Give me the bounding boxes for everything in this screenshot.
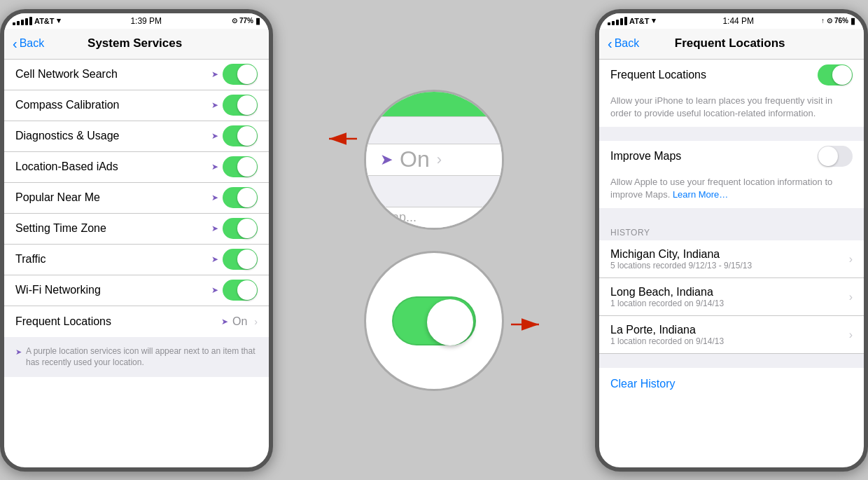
- timezone-toggle[interactable]: [223, 218, 258, 239]
- learn-more-link[interactable]: Learn More…: [673, 189, 728, 200]
- traffic-toggle[interactable]: [223, 249, 258, 270]
- group-separator-3: [599, 354, 864, 368]
- timezone-right: ➤: [211, 218, 258, 239]
- location-ads-label: Location-Based iAds: [15, 160, 211, 173]
- compass-label: Compass Calibration: [15, 99, 211, 111]
- battery-icon: ▮: [255, 16, 260, 26]
- status-bar-left: AT&T ▾ 1:39 PM ⊙ 77% ▮: [4, 13, 269, 29]
- battery-label: 77%: [239, 17, 253, 25]
- popular-toggle[interactable]: [223, 187, 258, 208]
- wifi-location-icon: ➤: [211, 285, 218, 295]
- history-item-1[interactable]: Long Beach, Indiana 1 location recorded …: [599, 278, 864, 316]
- timezone-location-icon: ➤: [211, 224, 218, 233]
- frequent-loc-chevron: ›: [254, 316, 258, 327]
- history-item-2-content: La Porte, Indiana 1 location recorded on…: [610, 324, 849, 346]
- signal-icon-right: [608, 17, 627, 25]
- top-circle-partial-text: ill ap: [380, 210, 406, 225]
- cell-network-label: Cell Network Search: [15, 68, 211, 81]
- history-item-0[interactable]: Michigan City, Indiana 5 locations recor…: [599, 240, 864, 278]
- orientation-icon-right: ⊙: [827, 17, 832, 25]
- time-label-right: 1:44 PM: [722, 16, 754, 26]
- history-city-0: Michigan City, Indiana: [610, 248, 849, 261]
- cell-network-right: ➤: [211, 64, 258, 85]
- frequent-locations-toggle[interactable]: [818, 64, 853, 85]
- left-phone: AT&T ▾ 1:39 PM ⊙ 77% ▮ ‹ Back System Ser…: [0, 9, 273, 472]
- top-circle-arrow-icon: ➤: [380, 151, 393, 169]
- bottom-zoom-circle: [364, 251, 504, 391]
- big-toggle[interactable]: [392, 296, 476, 345]
- frequent-loc-right: ➤ On ›: [221, 315, 258, 328]
- history-item-0-content: Michigan City, Indiana 5 locations recor…: [610, 248, 849, 270]
- list-item-cell-network[interactable]: Cell Network Search ➤: [4, 60, 269, 90]
- location-ads-toggle[interactable]: [223, 156, 258, 177]
- group-separator-2: [599, 208, 864, 222]
- diagnostics-toggle[interactable]: [223, 125, 258, 146]
- popular-right: ➤: [211, 187, 258, 208]
- history-detail-0: 5 locations recorded 9/12/13 - 9/15/13: [610, 261, 849, 270]
- nav-bar-right: ‹ Back Frequent Locations: [599, 29, 864, 60]
- list-item-frequent[interactable]: Frequent Locations ➤ On ›: [4, 306, 269, 337]
- history-item-2[interactable]: La Porte, Indiana 1 location recorded on…: [599, 316, 864, 354]
- compass-right: ➤: [211, 95, 258, 116]
- history-chevron-2: ›: [849, 329, 853, 341]
- footer-location-icon: ➤: [15, 347, 22, 357]
- location-ads-right: ➤: [211, 156, 258, 177]
- improve-maps-toggle[interactable]: [818, 146, 853, 167]
- history-chevron-1: ›: [849, 291, 853, 303]
- list-item-popular[interactable]: Popular Near Me ➤: [4, 183, 269, 214]
- top-circle-on-text: On: [400, 146, 430, 172]
- group-separator-1: [599, 127, 864, 141]
- frequent-locations-item[interactable]: Frequent Locations: [599, 60, 864, 90]
- wifi-icon-right: ▾: [652, 16, 656, 25]
- back-chevron-icon: ‹: [13, 36, 18, 52]
- compass-toggle[interactable]: [223, 95, 258, 116]
- middle-section: ➤ On › ill ap ...: [315, 9, 553, 472]
- list-item-location-ads[interactable]: Location-Based iAds ➤: [4, 152, 269, 183]
- history-detail-2: 1 location recorded on 9/14/13: [610, 336, 849, 346]
- traffic-label: Traffic: [15, 253, 211, 266]
- improve-maps-label: Improve Maps: [610, 150, 818, 163]
- nav-title-left: System Services: [44, 36, 225, 50]
- wifi-icon: ▾: [57, 16, 61, 25]
- timezone-label: Setting Time Zone: [15, 222, 211, 235]
- status-bar-right: AT&T ▾ 1:44 PM ↑ ⊙ 76% ▮: [599, 13, 864, 29]
- big-toggle-thumb: [427, 299, 473, 345]
- carrier-label-right: AT&T: [629, 17, 650, 25]
- time-label: 1:39 PM: [130, 16, 162, 26]
- list-item-diagnostics[interactable]: Diagnostics & Usage ➤: [4, 121, 269, 152]
- top-circle-partial-dots: ...: [406, 210, 416, 225]
- footer-note: ➤ A purple location services icon will a…: [4, 337, 269, 378]
- compass-location-icon: ➤: [211, 100, 218, 110]
- history-header: HISTORY: [599, 222, 864, 240]
- footer-text: A purple location services icon will app…: [26, 345, 258, 369]
- history-city-1: Long Beach, Indiana: [610, 286, 849, 299]
- list-item-wifi[interactable]: Wi-Fi Networking ➤: [4, 275, 269, 306]
- list-item-traffic[interactable]: Traffic ➤: [4, 245, 269, 275]
- improve-maps-item[interactable]: Improve Maps: [599, 141, 864, 172]
- cell-network-toggle[interactable]: [223, 64, 258, 85]
- list-item-compass[interactable]: Compass Calibration ➤: [4, 90, 269, 121]
- history-chevron-0: ›: [849, 253, 853, 266]
- back-chevron-icon-right: ‹: [608, 36, 612, 52]
- back-label-left: Back: [20, 37, 45, 50]
- frequent-locations-section: Frequent Locations: [599, 60, 864, 90]
- traffic-right: ➤: [211, 249, 258, 270]
- back-button-right[interactable]: ‹ Back: [608, 36, 639, 52]
- location-icon-right: ↑: [821, 17, 825, 25]
- top-circle-chevron-icon: ›: [437, 151, 442, 169]
- right-phone: AT&T ▾ 1:44 PM ↑ ⊙ 76% ▮ ‹ Back Frequent…: [595, 9, 868, 472]
- history-city-2: La Porte, Indiana: [610, 324, 849, 336]
- clear-history-button[interactable]: Clear History: [599, 368, 864, 400]
- history-item-1-content: Long Beach, Indiana 1 location recorded …: [610, 286, 849, 308]
- location-ads-icon: ➤: [211, 162, 218, 172]
- system-services-list: Cell Network Search ➤ Compass Calibratio…: [4, 60, 269, 337]
- list-item-timezone[interactable]: Setting Time Zone ➤: [4, 214, 269, 245]
- wifi-label: Wi-Fi Networking: [15, 284, 211, 296]
- history-list: Michigan City, Indiana 5 locations recor…: [599, 240, 864, 354]
- back-button-left[interactable]: ‹ Back: [13, 36, 44, 52]
- frequent-loc-icon: ➤: [221, 317, 228, 327]
- signal-icon: [13, 17, 32, 25]
- improve-maps-desc: Allow Apple to use your frequent locatio…: [599, 172, 864, 208]
- popular-label: Popular Near Me: [15, 191, 211, 204]
- wifi-toggle[interactable]: [223, 280, 258, 301]
